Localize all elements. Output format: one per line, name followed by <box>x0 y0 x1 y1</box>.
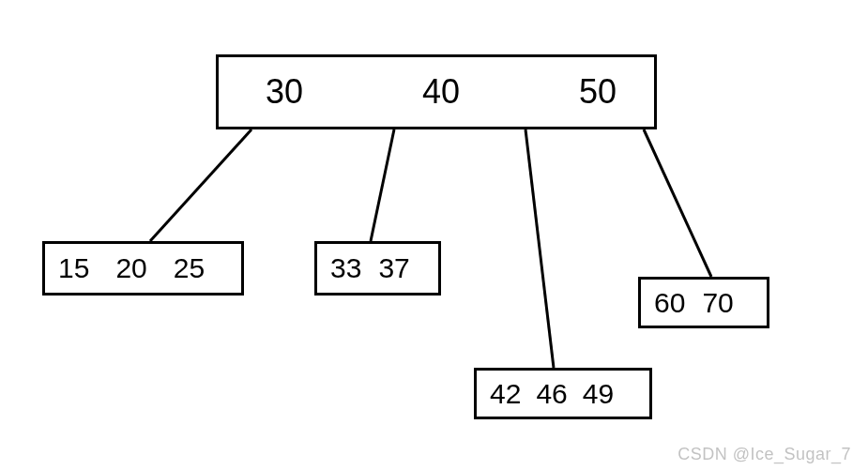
svg-line-1 <box>371 129 394 241</box>
key: 42 <box>490 378 521 410</box>
svg-line-2 <box>525 129 554 368</box>
key: 60 <box>654 287 685 319</box>
root-node: 30 40 50 <box>216 54 657 129</box>
child-node-2: 42 46 49 <box>474 368 652 419</box>
child-node-1: 33 37 <box>314 241 441 296</box>
watermark-text: CSDN @Ice_Sugar_7 <box>678 445 851 464</box>
child-node-0: 15 20 25 <box>42 241 244 296</box>
key: 50 <box>579 72 617 112</box>
key: 33 <box>330 252 361 284</box>
key: 46 <box>536 378 567 410</box>
key: 20 <box>115 252 146 284</box>
key: 15 <box>58 252 89 284</box>
svg-line-3 <box>644 129 711 277</box>
key: 40 <box>422 72 460 112</box>
key: 70 <box>702 287 733 319</box>
key: 37 <box>378 252 409 284</box>
key: 49 <box>583 378 614 410</box>
svg-line-0 <box>150 129 251 241</box>
key: 30 <box>266 72 303 112</box>
key: 25 <box>174 252 205 284</box>
child-node-3: 60 70 <box>638 277 769 328</box>
